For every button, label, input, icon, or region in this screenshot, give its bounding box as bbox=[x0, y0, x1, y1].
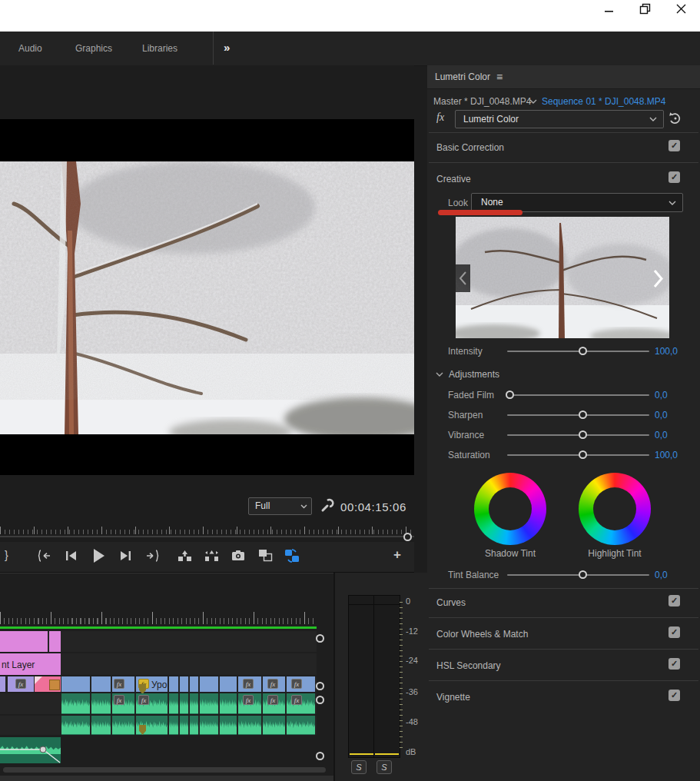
sharpen-slider[interactable] bbox=[507, 414, 649, 416]
section-curves[interactable]: Curves bbox=[436, 597, 466, 608]
video-clip[interactable] bbox=[200, 676, 218, 692]
collapse-chevron-icon[interactable] bbox=[436, 372, 443, 377]
sequence-clip-label[interactable]: Sequence 01 * DJI_0048.MP4 bbox=[542, 96, 665, 107]
audio-clip[interactable]: fx bbox=[112, 693, 134, 714]
fx-badge[interactable]: fx bbox=[243, 679, 254, 689]
section-color-wheels-match[interactable]: Color Wheels & Match bbox=[436, 629, 528, 640]
audio-clip[interactable] bbox=[91, 693, 111, 714]
fx-badge[interactable]: fx bbox=[267, 695, 278, 705]
video-clip[interactable] bbox=[0, 676, 5, 692]
audio-clip[interactable] bbox=[263, 716, 285, 735]
video-clip[interactable] bbox=[91, 676, 111, 692]
slider-knob[interactable] bbox=[579, 347, 587, 355]
audio-clip[interactable]: fx bbox=[238, 693, 261, 714]
creative-checkbox[interactable]: ✓ bbox=[668, 171, 680, 183]
tint-balance-slider[interactable] bbox=[507, 574, 649, 576]
export-frame-icon[interactable] bbox=[231, 550, 245, 561]
chevron-down-icon[interactable] bbox=[529, 99, 537, 105]
audio-clip[interactable] bbox=[190, 693, 198, 714]
video-clip[interactable] bbox=[0, 631, 48, 652]
tab-graphics[interactable]: Graphics bbox=[75, 43, 112, 54]
audio-clip[interactable] bbox=[190, 716, 198, 735]
audio-clip[interactable] bbox=[91, 716, 111, 735]
panel-title[interactable]: Lumetri Color bbox=[435, 71, 490, 82]
tab-overflow-icon[interactable]: » bbox=[224, 41, 230, 54]
comparison-view-icon[interactable] bbox=[284, 549, 300, 563]
video-clip[interactable] bbox=[190, 676, 198, 692]
adjustment-layer-clip[interactable]: nt Layer bbox=[0, 653, 61, 675]
tint-balance-value[interactable]: 0,0 bbox=[655, 570, 668, 580]
close-icon[interactable] bbox=[675, 3, 687, 15]
slider-knob[interactable] bbox=[579, 570, 587, 579]
video-clip[interactable] bbox=[180, 676, 188, 692]
wheel-center[interactable] bbox=[593, 487, 636, 530]
fx-badge[interactable]: fx bbox=[114, 679, 124, 689]
slider-knob[interactable] bbox=[579, 450, 587, 459]
saturation-value[interactable]: 100,0 bbox=[655, 450, 678, 460]
fx-badge[interactable]: fx bbox=[291, 695, 302, 705]
section-basic-correction[interactable]: Basic Correction bbox=[436, 142, 504, 153]
fx-badge[interactable]: fx bbox=[291, 679, 302, 689]
fx-badge[interactable]: fx bbox=[243, 695, 254, 705]
go-to-in-icon[interactable] bbox=[38, 550, 51, 562]
fx-badge[interactable]: fx bbox=[114, 695, 124, 705]
audio-clip[interactable]: fx bbox=[287, 693, 315, 714]
adjustments-header[interactable]: Adjustments bbox=[449, 369, 499, 380]
video-clip[interactable] bbox=[220, 676, 237, 692]
minimize-icon[interactable] bbox=[604, 5, 615, 15]
slider-knob[interactable] bbox=[579, 410, 587, 419]
video-clip[interactable]: fx bbox=[263, 676, 285, 692]
mark-out-icon[interactable]: } bbox=[5, 549, 8, 561]
audio-clip[interactable] bbox=[200, 716, 218, 735]
section-creative[interactable]: Creative bbox=[436, 174, 471, 184]
wheel-center[interactable] bbox=[489, 487, 532, 530]
video-clip[interactable]: fx bbox=[287, 676, 315, 692]
tab-audio[interactable]: Audio bbox=[18, 43, 42, 54]
audio-clip[interactable] bbox=[180, 716, 188, 735]
solo-button-right[interactable]: S bbox=[377, 760, 392, 774]
audio-clip[interactable]: fx bbox=[263, 693, 285, 714]
step-back-icon[interactable] bbox=[65, 550, 78, 562]
scroll-handle[interactable] bbox=[316, 634, 324, 643]
audio-clip[interactable] bbox=[180, 693, 188, 714]
audio-clip[interactable]: fx bbox=[136, 693, 168, 714]
vignette-checkbox[interactable]: ✓ bbox=[668, 690, 680, 701]
reset-effect-icon[interactable] bbox=[667, 111, 681, 125]
volume-rubber-band[interactable] bbox=[0, 737, 61, 763]
play-button-icon[interactable] bbox=[91, 548, 105, 563]
extract-icon[interactable] bbox=[204, 550, 219, 562]
sharpen-value[interactable]: 0,0 bbox=[655, 410, 668, 420]
video-clip[interactable] bbox=[35, 676, 61, 692]
restore-icon[interactable] bbox=[639, 3, 652, 15]
zoom-level-dropdown[interactable]: Full bbox=[248, 497, 312, 515]
master-clip-label[interactable]: Master * DJI_0048.MP4 bbox=[433, 96, 531, 107]
audio-clip[interactable] bbox=[238, 716, 261, 735]
faded-film-value[interactable]: 0,0 bbox=[655, 390, 668, 400]
intensity-value[interactable]: 100,0 bbox=[655, 346, 678, 357]
curves-checkbox[interactable]: ✓ bbox=[668, 595, 680, 607]
monitor-scrollbar[interactable] bbox=[0, 536, 414, 537]
video-clip[interactable]: fx bbox=[238, 676, 261, 692]
audio-clip[interactable] bbox=[220, 716, 237, 735]
section-vignette[interactable]: Vignette bbox=[436, 692, 470, 703]
audio-clip[interactable] bbox=[287, 716, 315, 735]
solo-button-left[interactable]: S bbox=[351, 760, 367, 774]
music-clip[interactable] bbox=[0, 737, 61, 763]
video-clip[interactable]: fx bbox=[8, 676, 34, 692]
timeline-horizontal-scrollbar[interactable] bbox=[3, 767, 326, 773]
highlight-tint-wheel[interactable] bbox=[579, 473, 651, 545]
vibrance-value[interactable]: 0,0 bbox=[655, 430, 668, 440]
button-editor-plus-icon[interactable]: + bbox=[393, 547, 401, 563]
video-clip[interactable] bbox=[49, 631, 61, 652]
fx-badge[interactable]: fx bbox=[15, 679, 26, 689]
monitor-scrollbar-handle[interactable] bbox=[403, 533, 412, 541]
fx-badge[interactable]: fx bbox=[267, 679, 278, 689]
panel-menu-icon[interactable]: ≡ bbox=[496, 71, 503, 83]
fx-badge[interactable]: fx bbox=[138, 695, 149, 705]
timeline-ruler-major-ticks[interactable] bbox=[0, 612, 317, 624]
look-next-button[interactable] bbox=[649, 264, 669, 292]
vibrance-slider[interactable] bbox=[507, 434, 649, 436]
scroll-handle[interactable] bbox=[316, 696, 324, 704]
scroll-handle[interactable] bbox=[316, 682, 324, 690]
multi-camera-icon[interactable] bbox=[258, 549, 273, 562]
